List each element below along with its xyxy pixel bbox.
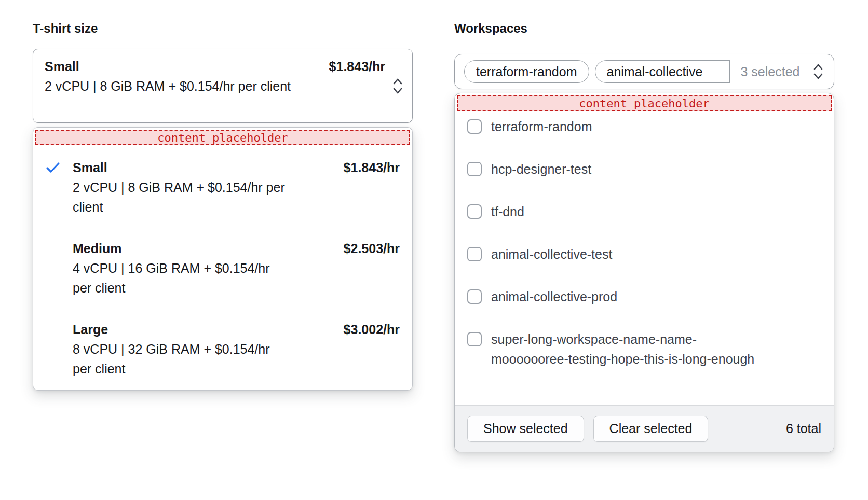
selected-size-description: 2 vCPU | 8 GiB RAM + $0.154/hr per clien…	[45, 76, 296, 96]
workspaces-section: Workspaces terraform-random animal-colle…	[454, 21, 834, 452]
option-price: $1.843/hr	[344, 158, 400, 177]
tshirt-size-label: T-shirt size	[33, 21, 413, 36]
option-description: 4 vCPU | 16 GiB RAM + $0.154/hr per clie…	[73, 258, 292, 298]
checkbox[interactable]	[467, 162, 482, 176]
workspaces-dropdown-footer: Show selected Clear selected 6 total	[455, 405, 834, 452]
checkbox[interactable]	[467, 119, 482, 134]
clear-selected-button[interactable]: Clear selected	[593, 416, 709, 442]
workspace-option-super-long-name[interactable]: super-long-workspace-name-name- moooooor…	[467, 329, 821, 369]
workspace-option-terraform-random[interactable]: terraform-random	[467, 117, 821, 136]
tshirt-size-section: T-shirt size Small $1.843/hr 2 vCPU | 8 …	[33, 21, 413, 391]
workspace-option-tf-dnd[interactable]: tf-dnd	[467, 202, 821, 221]
workspace-option-label: terraform-random	[491, 117, 592, 136]
selected-check-column	[46, 239, 73, 243]
size-select-trigger[interactable]: Small $1.843/hr 2 vCPU | 8 GiB RAM + $0.…	[33, 49, 413, 123]
option-description: 2 vCPU | 8 GiB RAM + $0.154/hr per clien…	[73, 177, 292, 217]
workspace-option-label: super-long-workspace-name-name- moooooor…	[491, 329, 754, 369]
workspaces-select-trigger[interactable]: terraform-random animal-collective 3 sel…	[454, 54, 834, 89]
option-price: $3.002/hr	[344, 320, 400, 339]
selected-size-price: $1.843/hr	[329, 57, 385, 76]
show-selected-button[interactable]: Show selected	[467, 416, 584, 442]
size-dropdown: content placeholder Small $1.843/hr 2 vC	[33, 127, 413, 391]
checkbox[interactable]	[467, 247, 482, 261]
option-title: Large	[73, 320, 108, 339]
checkbox[interactable]	[467, 332, 482, 346]
workspace-option-hcp-designer-test[interactable]: hcp-designer-test	[467, 159, 821, 179]
option-title: Small	[73, 158, 107, 177]
tag-animal-collective[interactable]: animal-collective	[595, 60, 730, 83]
size-dropdown-placeholder: content placeholder	[35, 130, 410, 145]
checkmark-icon	[46, 162, 73, 174]
size-option-large[interactable]: Large $3.002/hr 8 vCPU | 32 GiB RAM + $0…	[46, 320, 400, 379]
workspace-option-label: tf-dnd	[491, 202, 524, 221]
size-options-list: Small $1.843/hr 2 vCPU | 8 GiB RAM + $0.…	[35, 145, 410, 379]
option-description: 8 vCPU | 32 GiB RAM + $0.154/hr per clie…	[73, 339, 292, 379]
workspace-option-label: animal-collective-prod	[491, 287, 617, 307]
size-option-small[interactable]: Small $1.843/hr 2 vCPU | 8 GiB RAM + $0.…	[46, 158, 400, 217]
workspaces-options-list: terraform-random hcp-designer-test tf-dn…	[457, 111, 832, 405]
option-price: $2.503/hr	[344, 239, 400, 258]
workspace-option-animal-collective-prod[interactable]: animal-collective-prod	[467, 287, 821, 307]
workspace-option-label: hcp-designer-test	[491, 159, 591, 179]
selected-size-title: Small	[45, 57, 79, 76]
workspaces-label: Workspaces	[454, 21, 834, 36]
selected-check-column	[46, 158, 73, 174]
checkbox[interactable]	[467, 289, 482, 304]
workspace-option-label-line1: super-long-workspace-name-name-	[491, 329, 754, 349]
workspace-option-label: animal-collective-test	[491, 244, 612, 264]
checkbox[interactable]	[467, 204, 482, 219]
tag-terraform-random[interactable]: terraform-random	[464, 60, 589, 83]
total-count-label: 6 total	[786, 421, 821, 436]
chevron-up-down-icon	[391, 77, 404, 95]
workspace-option-animal-collective-test[interactable]: animal-collective-test	[467, 244, 821, 264]
size-option-medium[interactable]: Medium $2.503/hr 4 vCPU | 16 GiB RAM + $…	[46, 239, 400, 298]
option-title: Medium	[73, 239, 121, 258]
workspace-option-label-line2: mooooooree-testing-hope-this-is-long-eno…	[491, 349, 754, 369]
workspaces-dropdown: content placeholder terraform-random hcp…	[454, 93, 834, 452]
chevron-up-down-icon	[812, 62, 824, 81]
selected-check-column	[46, 320, 73, 324]
selected-count-label: 3 selected	[741, 64, 800, 79]
workspaces-dropdown-placeholder: content placeholder	[457, 95, 832, 111]
